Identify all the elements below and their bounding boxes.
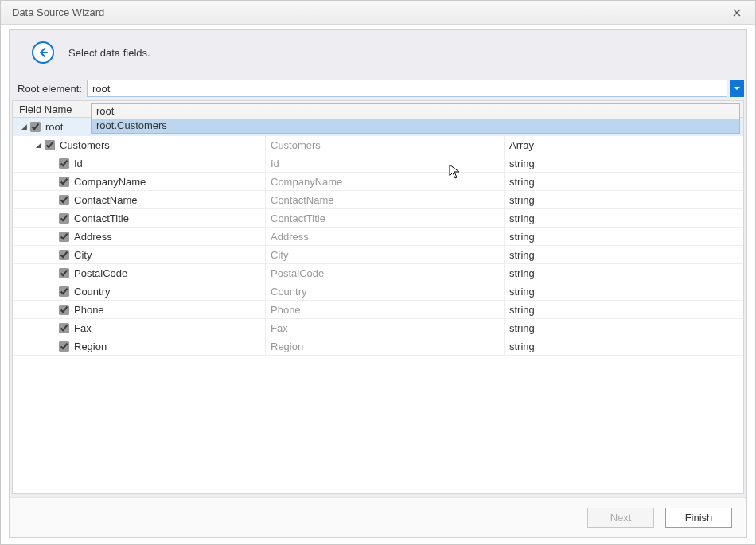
field-name-text: Fax [74, 322, 92, 334]
cell-field-name: Id [13, 154, 266, 172]
cell-type: string [505, 267, 743, 279]
wizard-panel: Select data fields. Root element: root F… [9, 29, 747, 538]
cell-field-name: Region [13, 337, 266, 355]
row-checkbox[interactable] [59, 158, 69, 169]
wizard-footer: Next Finish [10, 497, 746, 537]
field-name-text: City [74, 249, 92, 261]
finish-button[interactable]: Finish [665, 508, 732, 528]
cell-field-name: ◢Customers [13, 136, 266, 154]
grid-body[interactable]: ◢rootrootObject◢CustomersCustomersArrayI… [12, 118, 744, 494]
table-row[interactable]: AddressAddressstring [13, 228, 743, 246]
cell-display-field: Fax [266, 319, 505, 337]
field-name-text: PostalCode [74, 267, 127, 279]
expander-icon[interactable]: ◢ [19, 123, 29, 130]
cell-field-name: City [13, 246, 266, 263]
table-row[interactable]: ContactNameContactNamestring [13, 191, 743, 209]
field-name-text: ContactName [74, 194, 137, 206]
row-checkbox[interactable] [59, 305, 69, 315]
table-row[interactable]: FaxFaxstring [13, 319, 743, 337]
table-row[interactable]: ContactTitleContactTitlestring [13, 209, 743, 228]
row-checkbox[interactable] [59, 341, 69, 352]
cell-display-field: Address [266, 228, 505, 245]
cell-type: string [505, 341, 743, 352]
close-icon [733, 9, 741, 17]
row-checkbox[interactable] [59, 177, 69, 187]
root-element-dropdown-button[interactable] [730, 80, 744, 97]
wizard-window: Data Source Wizard Select data fields. R… [0, 0, 756, 545]
column-field-name: Field Name [19, 103, 72, 115]
fields-grid: Field Name rootroot.Customers ◢rootrootO… [10, 100, 746, 497]
cell-field-name: ContactName [13, 191, 266, 208]
row-checkbox[interactable] [59, 323, 69, 333]
cell-display-field: Phone [266, 301, 505, 318]
field-name-text: Region [74, 341, 107, 352]
cell-type: Array [505, 139, 743, 151]
row-checkbox[interactable] [59, 213, 69, 224]
cell-type: string [505, 286, 743, 298]
heading-text: Select data fields. [68, 47, 150, 59]
row-checkbox[interactable] [59, 250, 69, 260]
cell-field-name: CompanyName [13, 173, 266, 190]
field-name-text: Country [74, 286, 111, 298]
table-row[interactable]: CityCitystring [13, 246, 743, 264]
cell-display-field: Customers [266, 136, 505, 154]
cell-type: string [505, 158, 743, 169]
next-button[interactable]: Next [587, 508, 654, 528]
dropdown-option[interactable]: root.Customers [92, 119, 739, 133]
cell-type: string [505, 176, 743, 188]
row-checkbox[interactable] [45, 140, 55, 150]
table-row[interactable]: RegionRegionstring [13, 337, 743, 356]
grid-header: Field Name rootroot.Customers [12, 100, 744, 118]
row-checkbox[interactable] [59, 195, 69, 205]
field-name-text: root [45, 121, 63, 133]
cell-type: string [505, 194, 743, 206]
back-button[interactable] [32, 41, 54, 64]
titlebar: Data Source Wizard [1, 1, 755, 25]
chevron-down-icon [734, 87, 740, 91]
field-name-text: Address [74, 231, 112, 243]
cell-display-field: City [266, 246, 505, 263]
field-name-text: Id [74, 158, 83, 169]
cell-field-name: PostalCode [13, 264, 266, 282]
cell-field-name: Phone [13, 301, 266, 318]
row-checkbox[interactable] [30, 122, 41, 132]
cell-field-name: Fax [13, 319, 266, 337]
root-element-row: Root element: root [10, 78, 746, 99]
cell-field-name: Country [13, 282, 266, 300]
root-element-value: root [92, 83, 110, 95]
arrow-left-icon [37, 47, 49, 58]
cell-type: string [505, 231, 743, 243]
table-row[interactable]: CountryCountrystring [13, 282, 743, 301]
expander-icon[interactable]: ◢ [33, 141, 43, 149]
table-row[interactable]: CompanyNameCompanyNamestring [13, 173, 743, 191]
cell-display-field: Id [266, 154, 505, 172]
row-checkbox[interactable] [59, 268, 69, 278]
root-element-label: Root element: [18, 83, 82, 95]
cell-type: string [505, 212, 743, 224]
wizard-heading: Select data fields. [10, 30, 746, 78]
cell-display-field: ContactTitle [266, 209, 505, 227]
table-row[interactable]: PhonePhonestring [13, 301, 743, 319]
table-row[interactable]: IdIdstring [13, 154, 743, 173]
cell-display-field: CompanyName [266, 173, 505, 190]
root-element-select[interactable]: root [87, 80, 727, 97]
field-name-text: Phone [74, 304, 104, 316]
root-element-dropdown[interactable]: rootroot.Customers [91, 103, 740, 134]
table-row[interactable]: ◢CustomersCustomersArray [13, 136, 743, 154]
cell-display-field: PostalCode [266, 264, 505, 282]
cell-type: string [505, 249, 743, 261]
field-name-text: Customers [60, 139, 110, 151]
window-title: Data Source Wizard [12, 6, 727, 18]
table-row[interactable]: PostalCodePostalCodestring [13, 264, 743, 282]
cell-display-field: Region [266, 337, 505, 355]
cell-display-field: ContactName [266, 191, 505, 208]
row-checkbox[interactable] [59, 232, 69, 242]
dropdown-option[interactable]: root [92, 104, 739, 119]
row-checkbox[interactable] [59, 286, 69, 297]
field-name-text: CompanyName [74, 176, 146, 188]
cell-display-field: Country [266, 282, 505, 300]
cell-field-name: Address [13, 228, 266, 245]
close-button[interactable] [727, 4, 747, 21]
cell-type: string [505, 304, 743, 316]
cell-field-name: ContactTitle [13, 209, 266, 227]
